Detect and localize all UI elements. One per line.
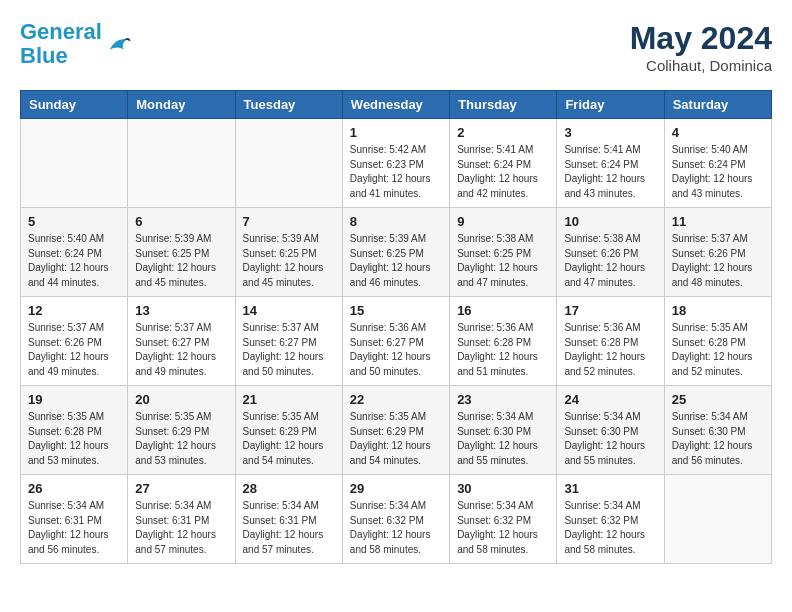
calendar-day-cell: 6Sunrise: 5:39 AM Sunset: 6:25 PM Daylig…: [128, 208, 235, 297]
calendar-table: SundayMondayTuesdayWednesdayThursdayFrid…: [20, 90, 772, 564]
day-number: 1: [350, 125, 442, 140]
calendar-day-cell: 19Sunrise: 5:35 AM Sunset: 6:28 PM Dayli…: [21, 386, 128, 475]
day-info: Sunrise: 5:40 AM Sunset: 6:24 PM Dayligh…: [672, 143, 764, 201]
calendar-day-cell: 5Sunrise: 5:40 AM Sunset: 6:24 PM Daylig…: [21, 208, 128, 297]
calendar-day-cell: 27Sunrise: 5:34 AM Sunset: 6:31 PM Dayli…: [128, 475, 235, 564]
weekday-header-cell: Saturday: [664, 91, 771, 119]
calendar-week-row: 12Sunrise: 5:37 AM Sunset: 6:26 PM Dayli…: [21, 297, 772, 386]
page-header: General Blue May 2024 Colihaut, Dominica: [20, 20, 772, 74]
title-block: May 2024 Colihaut, Dominica: [630, 20, 772, 74]
day-info: Sunrise: 5:39 AM Sunset: 6:25 PM Dayligh…: [135, 232, 227, 290]
day-info: Sunrise: 5:34 AM Sunset: 6:32 PM Dayligh…: [457, 499, 549, 557]
calendar-day-cell: 9Sunrise: 5:38 AM Sunset: 6:25 PM Daylig…: [450, 208, 557, 297]
calendar-day-cell: [21, 119, 128, 208]
calendar-day-cell: 24Sunrise: 5:34 AM Sunset: 6:30 PM Dayli…: [557, 386, 664, 475]
calendar-day-cell: 7Sunrise: 5:39 AM Sunset: 6:25 PM Daylig…: [235, 208, 342, 297]
calendar-body: 1Sunrise: 5:42 AM Sunset: 6:23 PM Daylig…: [21, 119, 772, 564]
day-info: Sunrise: 5:36 AM Sunset: 6:28 PM Dayligh…: [457, 321, 549, 379]
day-number: 30: [457, 481, 549, 496]
location-subtitle: Colihaut, Dominica: [630, 57, 772, 74]
day-number: 24: [564, 392, 656, 407]
day-info: Sunrise: 5:36 AM Sunset: 6:27 PM Dayligh…: [350, 321, 442, 379]
calendar-day-cell: 13Sunrise: 5:37 AM Sunset: 6:27 PM Dayli…: [128, 297, 235, 386]
day-number: 27: [135, 481, 227, 496]
day-number: 28: [243, 481, 335, 496]
weekday-header-cell: Sunday: [21, 91, 128, 119]
day-info: Sunrise: 5:34 AM Sunset: 6:30 PM Dayligh…: [564, 410, 656, 468]
calendar-day-cell: [664, 475, 771, 564]
calendar-week-row: 19Sunrise: 5:35 AM Sunset: 6:28 PM Dayli…: [21, 386, 772, 475]
day-info: Sunrise: 5:35 AM Sunset: 6:28 PM Dayligh…: [672, 321, 764, 379]
calendar-week-row: 1Sunrise: 5:42 AM Sunset: 6:23 PM Daylig…: [21, 119, 772, 208]
day-number: 25: [672, 392, 764, 407]
day-info: Sunrise: 5:39 AM Sunset: 6:25 PM Dayligh…: [350, 232, 442, 290]
weekday-header-cell: Thursday: [450, 91, 557, 119]
day-number: 29: [350, 481, 442, 496]
day-number: 11: [672, 214, 764, 229]
calendar-day-cell: 22Sunrise: 5:35 AM Sunset: 6:29 PM Dayli…: [342, 386, 449, 475]
logo: General Blue: [20, 20, 132, 68]
day-number: 2: [457, 125, 549, 140]
calendar-day-cell: 28Sunrise: 5:34 AM Sunset: 6:31 PM Dayli…: [235, 475, 342, 564]
calendar-day-cell: 16Sunrise: 5:36 AM Sunset: 6:28 PM Dayli…: [450, 297, 557, 386]
day-info: Sunrise: 5:34 AM Sunset: 6:31 PM Dayligh…: [28, 499, 120, 557]
day-number: 7: [243, 214, 335, 229]
day-number: 15: [350, 303, 442, 318]
day-info: Sunrise: 5:34 AM Sunset: 6:32 PM Dayligh…: [350, 499, 442, 557]
calendar-day-cell: 23Sunrise: 5:34 AM Sunset: 6:30 PM Dayli…: [450, 386, 557, 475]
day-info: Sunrise: 5:36 AM Sunset: 6:28 PM Dayligh…: [564, 321, 656, 379]
calendar-day-cell: 4Sunrise: 5:40 AM Sunset: 6:24 PM Daylig…: [664, 119, 771, 208]
day-number: 21: [243, 392, 335, 407]
day-info: Sunrise: 5:37 AM Sunset: 6:26 PM Dayligh…: [28, 321, 120, 379]
day-number: 19: [28, 392, 120, 407]
calendar-day-cell: 29Sunrise: 5:34 AM Sunset: 6:32 PM Dayli…: [342, 475, 449, 564]
day-info: Sunrise: 5:37 AM Sunset: 6:26 PM Dayligh…: [672, 232, 764, 290]
day-number: 4: [672, 125, 764, 140]
calendar-day-cell: 31Sunrise: 5:34 AM Sunset: 6:32 PM Dayli…: [557, 475, 664, 564]
day-number: 9: [457, 214, 549, 229]
day-number: 10: [564, 214, 656, 229]
calendar-day-cell: 3Sunrise: 5:41 AM Sunset: 6:24 PM Daylig…: [557, 119, 664, 208]
day-info: Sunrise: 5:34 AM Sunset: 6:30 PM Dayligh…: [672, 410, 764, 468]
calendar-day-cell: 2Sunrise: 5:41 AM Sunset: 6:24 PM Daylig…: [450, 119, 557, 208]
calendar-day-cell: 1Sunrise: 5:42 AM Sunset: 6:23 PM Daylig…: [342, 119, 449, 208]
calendar-day-cell: 11Sunrise: 5:37 AM Sunset: 6:26 PM Dayli…: [664, 208, 771, 297]
weekday-header-row: SundayMondayTuesdayWednesdayThursdayFrid…: [21, 91, 772, 119]
day-info: Sunrise: 5:37 AM Sunset: 6:27 PM Dayligh…: [135, 321, 227, 379]
day-number: 20: [135, 392, 227, 407]
day-number: 31: [564, 481, 656, 496]
weekday-header-cell: Wednesday: [342, 91, 449, 119]
calendar-day-cell: [128, 119, 235, 208]
day-info: Sunrise: 5:37 AM Sunset: 6:27 PM Dayligh…: [243, 321, 335, 379]
weekday-header-cell: Tuesday: [235, 91, 342, 119]
calendar-week-row: 26Sunrise: 5:34 AM Sunset: 6:31 PM Dayli…: [21, 475, 772, 564]
day-info: Sunrise: 5:35 AM Sunset: 6:29 PM Dayligh…: [135, 410, 227, 468]
calendar-week-row: 5Sunrise: 5:40 AM Sunset: 6:24 PM Daylig…: [21, 208, 772, 297]
day-number: 16: [457, 303, 549, 318]
day-number: 13: [135, 303, 227, 318]
calendar-day-cell: 26Sunrise: 5:34 AM Sunset: 6:31 PM Dayli…: [21, 475, 128, 564]
day-number: 14: [243, 303, 335, 318]
day-info: Sunrise: 5:34 AM Sunset: 6:31 PM Dayligh…: [135, 499, 227, 557]
day-number: 17: [564, 303, 656, 318]
calendar-day-cell: [235, 119, 342, 208]
day-number: 8: [350, 214, 442, 229]
day-info: Sunrise: 5:41 AM Sunset: 6:24 PM Dayligh…: [457, 143, 549, 201]
day-info: Sunrise: 5:35 AM Sunset: 6:29 PM Dayligh…: [350, 410, 442, 468]
day-info: Sunrise: 5:35 AM Sunset: 6:29 PM Dayligh…: [243, 410, 335, 468]
calendar-day-cell: 15Sunrise: 5:36 AM Sunset: 6:27 PM Dayli…: [342, 297, 449, 386]
day-number: 18: [672, 303, 764, 318]
weekday-header-cell: Friday: [557, 91, 664, 119]
calendar-day-cell: 25Sunrise: 5:34 AM Sunset: 6:30 PM Dayli…: [664, 386, 771, 475]
day-number: 3: [564, 125, 656, 140]
day-info: Sunrise: 5:42 AM Sunset: 6:23 PM Dayligh…: [350, 143, 442, 201]
calendar-day-cell: 12Sunrise: 5:37 AM Sunset: 6:26 PM Dayli…: [21, 297, 128, 386]
calendar-day-cell: 17Sunrise: 5:36 AM Sunset: 6:28 PM Dayli…: [557, 297, 664, 386]
day-number: 23: [457, 392, 549, 407]
day-info: Sunrise: 5:38 AM Sunset: 6:26 PM Dayligh…: [564, 232, 656, 290]
weekday-header-cell: Monday: [128, 91, 235, 119]
day-info: Sunrise: 5:41 AM Sunset: 6:24 PM Dayligh…: [564, 143, 656, 201]
month-year-title: May 2024: [630, 20, 772, 57]
logo-text: General Blue: [20, 20, 102, 68]
day-number: 22: [350, 392, 442, 407]
